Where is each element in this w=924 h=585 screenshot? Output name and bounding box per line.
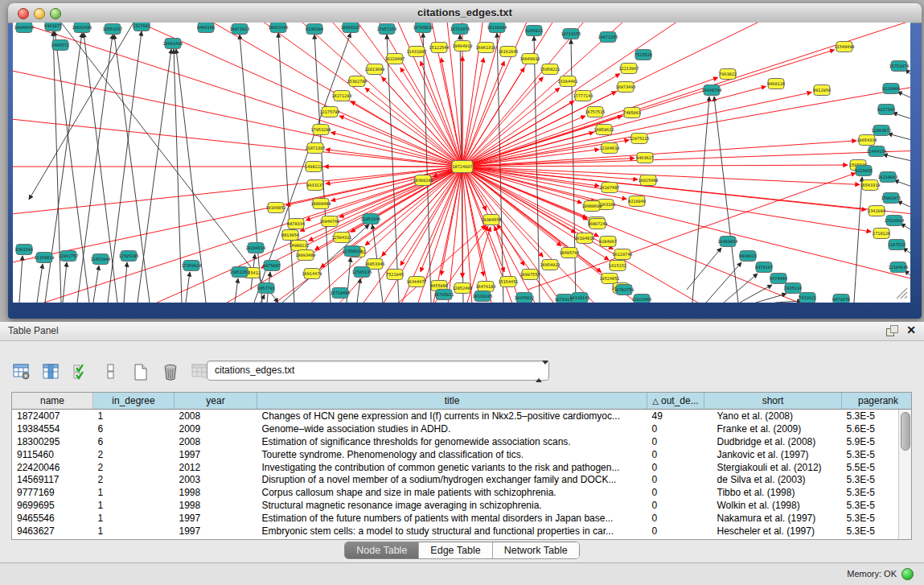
network-node[interactable]: 8878334 [287,219,305,229]
network-node[interactable]: 11548498 [835,42,855,52]
network-node[interactable]: 16162645 [499,47,519,57]
column-header-year[interactable]: year [175,393,257,410]
network-node[interactable]: 15992971 [881,193,901,204]
network-node[interactable]: 17359924 [182,261,202,271]
network-node[interactable]: 9463627 [636,153,654,163]
select-rows-icon[interactable] [71,361,92,382]
memory-status-icon[interactable] [901,568,914,580]
network-node[interactable]: 12175793 [320,107,340,117]
network-node[interactable]: 2935114 [784,283,802,294]
network-node[interactable]: 7663822 [719,69,737,80]
network-node[interactable]: 17777143 [573,91,593,101]
network-node[interactable]: 11431097 [407,47,427,57]
network-node[interactable]: 10688609 [582,201,602,212]
network-node[interactable]: 19384554 [482,215,502,225]
network-node[interactable]: 9474444 [770,274,787,284]
network-node[interactable]: 14271203 [332,91,352,101]
network-node[interactable]: 19524851 [600,274,620,284]
network-node[interactable]: 18940544 [14,23,35,33]
network-node[interactable]: 8216049 [628,196,646,207]
network-node[interactable]: 10719155 [561,29,581,39]
table-row[interactable]: 1938455462009Genome–wide association stu… [12,422,912,435]
table-row[interactable]: 946554611997Estimation of the future num… [12,512,912,525]
network-node[interactable]: 12093872 [872,126,892,136]
table-row[interactable]: 911546021997Tourette syndrome. Phenomeno… [12,448,912,461]
network-node[interactable]: 14671355 [598,32,618,43]
network-node[interactable]: 16409954 [718,237,738,247]
network-node[interactable]: 16107487 [600,183,620,193]
network-node[interactable]: 12358924 [343,246,363,257]
network-node[interactable]: 9215955 [855,166,873,176]
table-row[interactable]: 1872400712008Changes of HCN gene express… [12,410,912,422]
network-node[interactable]: 18495764 [560,248,580,258]
network-node[interactable]: 16046766 [320,216,340,227]
network-node[interactable]: 16344477 [407,277,427,287]
network-node[interactable]: 16782759 [614,285,634,295]
network-node[interactable]: 10025488 [639,175,659,186]
network-node[interactable]: 11156819 [35,253,55,263]
column-header-name[interactable]: name [12,393,93,410]
network-node[interactable]: 7485063 [623,108,641,118]
network-node[interactable]: 16795810 [413,23,433,33]
vertical-scrollbar[interactable] [898,410,911,539]
network-hub-node[interactable]: 18724007 [452,161,473,173]
network-node[interactable]: 15122544 [429,43,450,53]
network-node[interactable]: 16795811 [434,290,454,300]
network-node[interactable]: 12444154 [867,146,887,157]
network-node[interactable]: 19664910 [453,41,473,51]
network-node[interactable]: 9136104 [306,24,323,35]
network-node[interactable]: 15718485 [331,288,351,299]
network-node[interactable]: 9660128 [767,79,785,89]
network-node[interactable]: 2342004 [868,206,885,216]
table-row[interactable]: 969969511998Structural magnetic resonanc… [12,499,912,512]
network-node[interactable]: 17957254 [377,24,397,35]
tab-edge-table[interactable]: Edge Table [419,542,492,558]
network-node[interactable]: 9245021 [525,26,543,36]
network-node[interactable]: 1167533 [888,240,906,250]
network-canvas[interactable]: 1610748712163166722409716104816184957641… [13,23,910,303]
network-node[interactable]: 19245022 [515,293,535,303]
network-node[interactable]: 12975115 [630,134,650,144]
network-node[interactable]: 12213967 [619,64,639,74]
network-node[interactable]: 18300295 [413,175,433,186]
table-selector-combobox[interactable]: citations_edges.txt [207,360,549,381]
network-node[interactable]: 2718126 [873,229,890,239]
network-node[interactable]: 8466160 [197,23,215,33]
network-node[interactable]: 12505185 [119,251,139,262]
column-header-pagerank[interactable]: pagerank [842,393,913,410]
network-node[interactable]: 18130104 [487,23,507,33]
network-node[interactable]: 12042757 [59,251,79,262]
network-node[interactable]: 18653346 [269,23,289,33]
table-row[interactable]: 2242004622012Investigating the contribut… [12,461,912,474]
network-node[interactable]: 16958107 [341,23,361,33]
network-node[interactable]: 10553257 [103,24,123,35]
network-node[interactable]: 14136141 [570,293,590,303]
network-node[interactable]: 9361077 [44,23,62,31]
network-node[interactable]: 18130105 [473,291,493,302]
column-header-in_degree[interactable]: in_degree [93,393,175,410]
network-node[interactable]: 20206516 [246,243,266,253]
network-node[interactable]: 1527602 [133,23,150,31]
network-node[interactable]: 16640910 [520,54,540,64]
network-node[interactable]: 7521945 [386,270,404,280]
network-node[interactable]: 8391599 [15,245,33,255]
column-header-short[interactable]: short [704,393,842,410]
network-node[interactable]: 13164461 [558,76,578,87]
network-node[interactable]: 7632621 [799,293,816,303]
network-node[interactable]: 16120746 [613,249,633,260]
network-node[interactable]: 15723376 [450,24,470,35]
network-node[interactable]: 9975887 [263,261,281,271]
network-node[interactable]: 9284067 [599,237,617,247]
delete-column-icon[interactable] [160,361,181,382]
column-header-title[interactable]: title [257,393,647,410]
network-node[interactable]: 20631406 [72,23,92,33]
network-node[interactable]: 18099489 [311,199,331,209]
network-node[interactable]: 21871307 [306,143,326,154]
close-icon[interactable]: ✕ [906,323,916,336]
network-node[interactable]: 14988222 [290,241,310,251]
table-row[interactable]: 977716911998Corpus callosum shape and si… [12,486,912,499]
network-node[interactable]: 21053346 [361,214,381,225]
network-node[interactable]: 16543319 [860,180,881,191]
network-node[interactable]: 1498222 [305,162,322,172]
network-node[interactable]: 16104816 [575,233,595,244]
